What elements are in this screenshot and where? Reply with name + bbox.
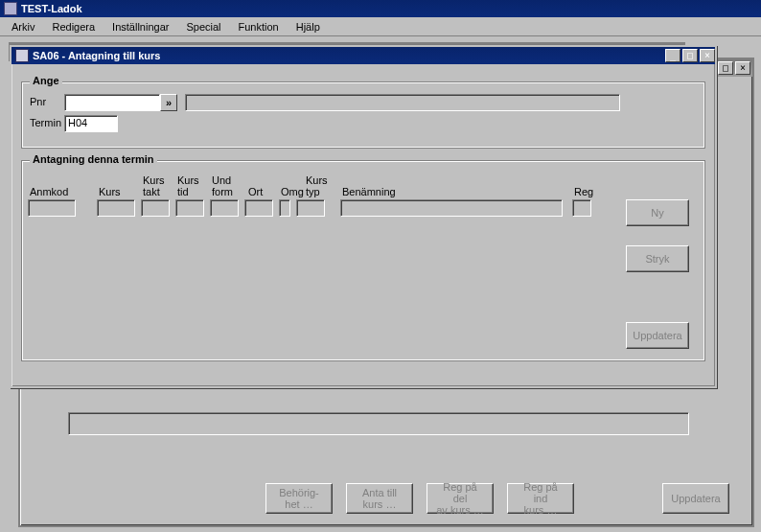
reg-pa-del-button[interactable]: Reg på del av kurs … [427, 483, 494, 514]
cell-omg[interactable] [279, 199, 290, 217]
pnr-name-display [185, 94, 620, 111]
col-undform-2: form [212, 186, 233, 197]
cell-kurs[interactable] [97, 199, 135, 217]
col-anmkod: Anmkod [30, 186, 68, 197]
cell-kurstid[interactable] [175, 199, 204, 217]
regdel-line1: Reg på del [435, 481, 485, 504]
regind-line2: kurs … [524, 504, 558, 516]
col-ort: Ort [248, 186, 263, 197]
regdel-line2: av kurs … [436, 504, 484, 516]
bg-maximize-button[interactable]: □ [718, 61, 733, 75]
stryk-label: Stryk [645, 253, 669, 265]
ny-button[interactable]: Ny [626, 199, 689, 226]
sa06-maximize-button[interactable]: □ [682, 49, 698, 62]
uppdatera-button[interactable]: Uppdatera [626, 322, 689, 349]
col-kurstyp-1: Kurs [306, 174, 328, 186]
regind-line1: Reg på ind [516, 481, 565, 504]
app-icon [4, 2, 17, 15]
menu-installningar[interactable]: Inställningar [104, 19, 176, 35]
sa06-window-icon [15, 49, 29, 62]
ny-label: Ny [651, 207, 663, 219]
menu-redigera[interactable]: Redigera [44, 19, 103, 35]
cell-anmkod[interactable] [28, 199, 76, 217]
sa06-close-button[interactable]: × [700, 49, 715, 62]
col-kurstakt-1: Kurs [143, 174, 165, 186]
col-kurs: Kurs [99, 186, 121, 197]
status-field [68, 412, 689, 435]
menubar: Arkiv Redigera Inställningar Special Fun… [0, 17, 761, 36]
col-kurstyp-2: typ [306, 186, 320, 197]
bg-close-button[interactable]: × [735, 61, 750, 75]
cell-undform[interactable] [210, 199, 239, 217]
bottom-uppdatera-label: Uppdatera [671, 493, 720, 504]
pnr-label: Pnr [30, 96, 46, 107]
sa06-window: SA06 - Antagning till kurs _ □ × Ange Pn… [10, 45, 717, 388]
sa06-titlebar: SA06 - Antagning till kurs _ □ × [12, 47, 715, 64]
cell-ort[interactable] [244, 199, 273, 217]
bottom-uppdatera-button[interactable]: Uppdatera [662, 483, 729, 514]
behorighet-button[interactable]: Behörig- het … [265, 483, 333, 514]
col-omg: Omg [281, 186, 304, 197]
menu-funktion[interactable]: Funktion [231, 19, 287, 35]
cell-kurstakt[interactable] [141, 199, 170, 217]
ange-legend: Ange [30, 75, 62, 86]
stryk-button[interactable]: Stryk [626, 245, 689, 272]
app-titlebar: TEST-Ladok [0, 0, 761, 17]
sa06-title: SA06 - Antagning till kurs [33, 50, 663, 61]
col-undform-1: Und [212, 174, 231, 186]
termin-label: Termin [30, 117, 61, 128]
termin-input[interactable]: H04 [64, 115, 118, 132]
col-reg: Reg [574, 186, 593, 197]
anta-line1: Anta till [362, 487, 397, 498]
behorighet-button-line1: Behörig- [279, 487, 319, 498]
anta-till-kurs-button[interactable]: Anta till kurs … [346, 483, 413, 514]
pnr-lookup-button[interactable]: » [160, 94, 177, 111]
pnr-input[interactable] [64, 94, 160, 111]
termin-value: H04 [68, 117, 87, 128]
col-kurstakt-2: takt [143, 186, 160, 197]
ange-groupbox: Ange Pnr » Termin H04 [21, 81, 705, 149]
sa06-minimize-button[interactable]: _ [665, 49, 680, 62]
menu-special[interactable]: Special [178, 19, 228, 35]
cell-reg[interactable] [572, 199, 591, 217]
menu-hjalp[interactable]: Hjälp [288, 19, 328, 35]
behorighet-button-line2: het … [285, 498, 312, 510]
menu-arkiv[interactable]: Arkiv [4, 19, 42, 35]
antagning-legend: Antagning denna termin [30, 153, 157, 165]
col-benamning: Benämning [342, 186, 396, 197]
col-kurstid-2: tid [177, 186, 189, 197]
antagning-groupbox: Antagning denna termin Anmkod Kurs Kurs … [21, 160, 705, 361]
uppdatera-label: Uppdatera [633, 330, 681, 341]
app-title: TEST-Ladok [21, 3, 82, 14]
cell-benamning[interactable] [340, 199, 563, 217]
cell-kurstyp[interactable] [296, 199, 325, 217]
col-kurstid-1: Kurs [177, 174, 199, 186]
anta-line2: kurs … [363, 498, 397, 510]
arrow-icon: » [166, 97, 172, 108]
reg-pa-ind-button[interactable]: Reg på ind kurs … [507, 483, 574, 514]
